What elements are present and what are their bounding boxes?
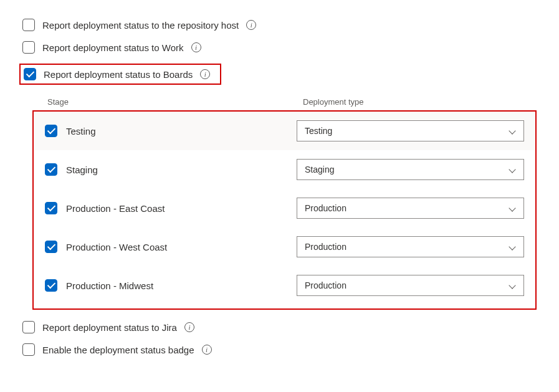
- checkbox-stage[interactable]: [45, 279, 57, 292]
- info-icon[interactable]: i: [202, 345, 212, 355]
- option-badge: Enable the deployment status badge i: [22, 343, 537, 356]
- dropdown-deployment-type[interactable]: Staging: [297, 159, 524, 180]
- label-work: Report deployment status to Work: [42, 42, 184, 53]
- checkbox-stage[interactable]: [45, 241, 57, 253]
- option-work: Report deployment status to Work i: [22, 41, 537, 54]
- stage-row: Production - Midwest Production: [34, 266, 535, 305]
- dropdown-value: Staging: [305, 165, 334, 174]
- stage-name: Staging: [66, 165, 288, 175]
- checkbox-boards[interactable]: [24, 68, 36, 80]
- stage-name: Production - West Coast: [66, 242, 288, 252]
- chevron-down-icon: [509, 166, 516, 173]
- dropdown-value: Production: [305, 242, 346, 252]
- chevron-down-icon: [509, 127, 516, 135]
- stage-table-header: Stage Deployment type: [32, 97, 537, 110]
- chevron-down-icon: [509, 282, 516, 289]
- info-icon[interactable]: i: [191, 42, 201, 52]
- chevron-down-icon: [509, 243, 516, 251]
- checkbox-jira[interactable]: [22, 321, 35, 333]
- checkbox-badge[interactable]: [22, 343, 35, 356]
- highlight-stages: Testing Testing Staging Staging Producti…: [32, 110, 537, 310]
- option-jira: Report deployment status to Jira i: [22, 321, 537, 333]
- checkbox-stage[interactable]: [45, 163, 57, 176]
- dropdown-deployment-type[interactable]: Production: [297, 198, 524, 219]
- checkbox-repo-host[interactable]: [22, 19, 35, 31]
- dropdown-value: Production: [305, 203, 346, 213]
- stage-row: Production - East Coast Production: [34, 189, 535, 227]
- stage-row: Production - West Coast Production: [34, 227, 535, 266]
- info-icon[interactable]: i: [200, 69, 210, 79]
- dropdown-value: Production: [305, 280, 346, 290]
- info-icon[interactable]: i: [184, 322, 194, 332]
- info-icon[interactable]: i: [246, 20, 256, 30]
- header-stage: Stage: [47, 97, 303, 107]
- dropdown-deployment-type[interactable]: Production: [297, 275, 524, 296]
- stage-name: Production - East Coast: [66, 203, 288, 214]
- header-type: Deployment type: [303, 97, 364, 107]
- highlight-boards: Report deployment status to Boards i: [19, 64, 221, 85]
- stage-row: Staging Staging: [34, 150, 535, 189]
- option-boards: Report deployment status to Boards i: [22, 64, 537, 91]
- stage-name: Production - Midwest: [66, 280, 288, 291]
- label-jira: Report deployment status to Jira: [42, 322, 177, 333]
- label-badge: Enable the deployment status badge: [42, 345, 194, 355]
- label-boards: Report deployment status to Boards: [44, 69, 193, 80]
- dropdown-deployment-type[interactable]: Testing: [297, 120, 524, 141]
- checkbox-stage[interactable]: [45, 125, 57, 137]
- stage-name: Testing: [66, 126, 288, 136]
- stage-row: Testing Testing: [34, 112, 535, 150]
- dropdown-value: Testing: [305, 126, 332, 136]
- dropdown-deployment-type[interactable]: Production: [297, 236, 524, 257]
- checkbox-work[interactable]: [22, 41, 35, 54]
- checkbox-stage[interactable]: [45, 202, 57, 214]
- chevron-down-icon: [509, 204, 516, 212]
- option-repo-host: Report deployment status to the reposito…: [22, 19, 537, 31]
- label-repo-host: Report deployment status to the reposito…: [42, 20, 239, 31]
